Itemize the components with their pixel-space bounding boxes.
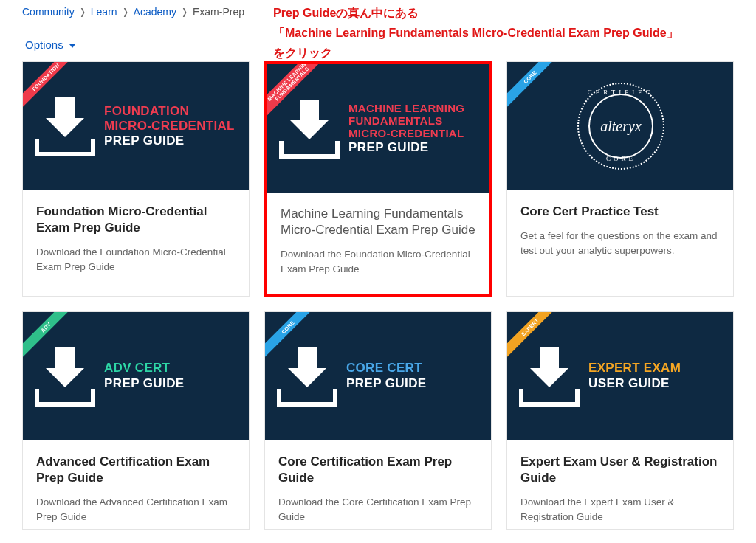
card-description: Download the Foundation Micro-Credential…: [36, 245, 236, 275]
card-thumbnail: ADV ADV CERT PREP GUIDE: [23, 312, 249, 440]
breadcrumb-current: Exam-Prep: [193, 6, 244, 18]
card-thumbnail: FOUNDATION FOUNDATION MICRO-CREDENTIAL P…: [23, 62, 249, 190]
instruction-annotation: Prep Guideの真ん中にある 「Machine Learning Fund…: [273, 3, 678, 63]
breadcrumb-learn[interactable]: Learn: [91, 6, 117, 18]
card-ml-fundamentals-prep-guide[interactable]: MACHINE LEARNING FUNDAMENTALS MACHINE LE…: [264, 61, 492, 297]
download-icon: [279, 98, 340, 159]
card-thumbnail: EXPERT EXPERT EXAM USER GUIDE: [507, 312, 733, 440]
card-body: Core Cert Practice Test Get a feel for t…: [507, 190, 733, 275]
card-thumbnail: CORE CORE CERT PREP GUIDE: [265, 312, 491, 440]
thumb-text: CORE CERT PREP GUIDE: [346, 361, 481, 391]
download-icon: [35, 346, 95, 407]
annotation-line: Prep Guideの真ん中にある: [273, 3, 678, 23]
card-description: Download the Expert Exam User & Registra…: [520, 495, 720, 525]
card-body: Advanced Certification Exam Prep Guide D…: [23, 440, 249, 530]
thumb-line2: PREP GUIDE: [104, 376, 238, 391]
card-thumbnail: CORE CERTIFIED alteryx CORE: [507, 62, 733, 190]
card-grid: FOUNDATION FOUNDATION MICRO-CREDENTIAL P…: [0, 61, 756, 530]
chevron-down-icon: [69, 44, 75, 48]
seal-wrap: CERTIFIED alteryx CORE: [519, 83, 723, 170]
breadcrumb-community[interactable]: Community: [22, 6, 75, 18]
thumb-text: FOUNDATION MICRO-CREDENTIAL PREP GUIDE: [104, 104, 238, 148]
thumb-line1: MACHINE LEARNING FUNDAMENTALS MICRO-CRED…: [348, 102, 478, 140]
card-body: Core Certification Exam Prep Guide Downl…: [265, 440, 491, 530]
card-title: Foundation Micro-Credential Exam Prep Gu…: [36, 204, 236, 236]
card-core-practice-test[interactable]: CORE CERTIFIED alteryx CORE Core Cert Pr…: [506, 61, 734, 297]
chevron-right-icon: ❭: [181, 7, 188, 17]
thumb-text: MACHINE LEARNING FUNDAMENTALS MICRO-CRED…: [348, 102, 478, 156]
thumb-line1: ADV CERT: [104, 361, 238, 376]
card-body: Machine Learning Fundamentals Micro-Cred…: [267, 193, 489, 294]
card-thumbnail: MACHINE LEARNING FUNDAMENTALS MACHINE LE…: [267, 64, 489, 193]
seal-top-word: CERTIFIED: [588, 89, 654, 96]
card-description: Download the Advanced Certification Exam…: [36, 495, 236, 525]
card-expert-exam-user-guide[interactable]: EXPERT EXPERT EXAM USER GUIDE Expert Exa…: [506, 311, 734, 530]
chevron-right-icon: ❭: [122, 7, 129, 17]
card-core-prep-guide[interactable]: CORE CORE CERT PREP GUIDE Core Certifica…: [264, 311, 492, 530]
seal-brand: alteryx: [588, 94, 653, 159]
chevron-right-icon: ❭: [79, 7, 86, 17]
thumb-line2: USER GUIDE: [588, 376, 723, 391]
options-label: Options: [25, 38, 63, 51]
breadcrumb-academy[interactable]: Academy: [134, 6, 176, 18]
thumb-text: ADV CERT PREP GUIDE: [104, 361, 238, 391]
thumb-line2: PREP GUIDE: [348, 140, 478, 155]
card-description: Download the Core Certification Exam Pre…: [278, 495, 478, 525]
card-body: Expert Exam User & Registration Guide Do…: [507, 440, 733, 530]
options-dropdown[interactable]: Options: [25, 38, 75, 51]
card-body: Foundation Micro-Credential Exam Prep Gu…: [23, 190, 249, 291]
thumb-line1: CORE CERT: [346, 361, 481, 376]
thumb-text: EXPERT EXAM USER GUIDE: [588, 361, 723, 391]
thumb-line2: PREP GUIDE: [104, 134, 238, 148]
card-title: Expert Exam User & Registration Guide: [520, 454, 720, 486]
thumb-line1: EXPERT EXAM: [588, 361, 723, 376]
thumb-line1: FOUNDATION MICRO-CREDENTIAL: [104, 104, 238, 133]
card-foundation-prep-guide[interactable]: FOUNDATION FOUNDATION MICRO-CREDENTIAL P…: [22, 61, 250, 297]
card-title: Core Certification Exam Prep Guide: [278, 454, 478, 486]
card-description: Download the Foundation Micro-Credential…: [281, 247, 475, 277]
card-title: Core Cert Practice Test: [520, 204, 720, 220]
download-icon: [277, 346, 337, 407]
download-icon: [519, 346, 580, 407]
annotation-line: 「Machine Learning Fundamentals Micro-Cre…: [273, 23, 678, 43]
seal-bottom-word: CORE: [606, 155, 636, 162]
card-description: Get a feel for the questions on the exam…: [520, 229, 720, 259]
card-title: Machine Learning Fundamentals Micro-Cred…: [281, 206, 475, 238]
thumb-line2: PREP GUIDE: [346, 376, 481, 391]
certification-seal-icon: CERTIFIED alteryx CORE: [577, 83, 664, 170]
card-advanced-prep-guide[interactable]: ADV ADV CERT PREP GUIDE Advanced Certifi…: [22, 311, 250, 530]
download-icon: [35, 96, 95, 156]
card-title: Advanced Certification Exam Prep Guide: [36, 454, 236, 486]
annotation-line: をクリック: [273, 43, 678, 63]
